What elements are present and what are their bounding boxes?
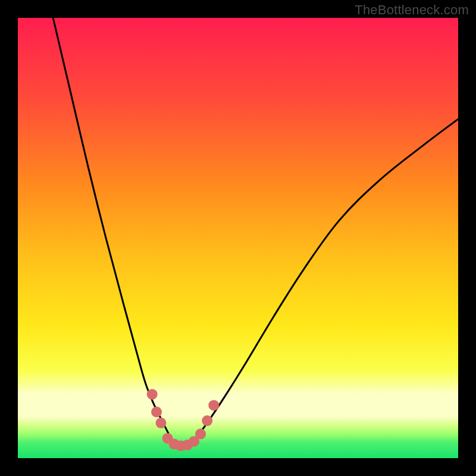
- highlight-markers: [147, 389, 220, 452]
- curve-left-branch: [53, 18, 172, 440]
- marker-dot: [208, 400, 219, 411]
- bottleneck-curve: [53, 18, 458, 446]
- marker-dot: [147, 389, 158, 400]
- curve-layer: [18, 18, 458, 458]
- outer-frame: TheBottleneck.com: [0, 0, 476, 476]
- plot-area: [18, 18, 458, 458]
- marker-dot: [151, 406, 162, 417]
- marker-dot: [195, 428, 206, 439]
- attribution-text: TheBottleneck.com: [355, 2, 469, 18]
- marker-dot: [156, 418, 167, 428]
- marker-dot: [202, 415, 212, 426]
- curve-right-branch: [194, 119, 458, 440]
